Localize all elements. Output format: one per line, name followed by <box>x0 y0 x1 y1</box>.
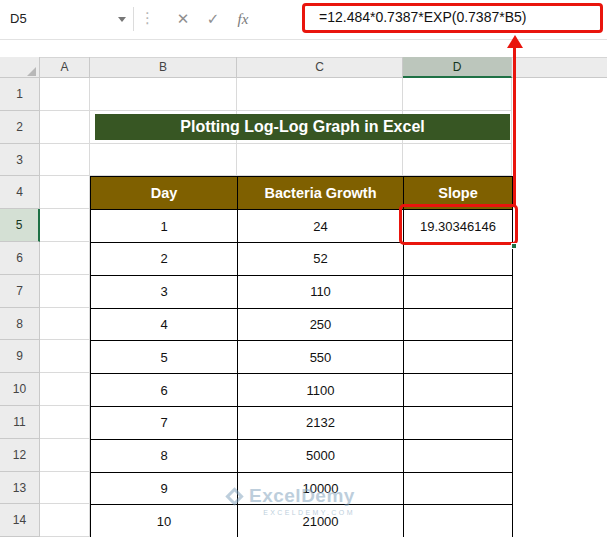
column-header-b[interactable]: B <box>90 57 237 78</box>
table-row: 7 2132 <box>91 407 513 440</box>
fill-handle[interactable] <box>511 243 517 249</box>
row-header-4[interactable]: 4 <box>0 176 40 209</box>
slope-cell[interactable] <box>404 374 513 407</box>
growth-cell[interactable]: 550 <box>238 341 404 374</box>
watermark-domain: EXCELDEMY.COM <box>263 509 355 516</box>
watermark: ExcelDemy EXCELDEMY.COM <box>228 485 355 516</box>
slope-cell[interactable] <box>404 276 513 309</box>
day-cell[interactable]: 3 <box>91 276 238 309</box>
column-header-a[interactable]: A <box>40 57 90 78</box>
slope-cell[interactable] <box>404 407 513 440</box>
table-row: 5 550 <box>91 341 513 374</box>
table-row: 2 52 <box>91 243 513 276</box>
day-cell[interactable]: 9 <box>91 473 238 506</box>
formula-bar: D5 ⋮ ✕ ✓ fx =12.484*0.7387*EXP(0.7387*B5… <box>0 0 607 40</box>
row-header-5[interactable]: 5 <box>0 209 40 242</box>
row-header-14[interactable]: 14 <box>0 504 40 537</box>
table-header-growth[interactable]: Bacteria Growth <box>238 177 404 210</box>
day-cell[interactable]: 6 <box>91 374 238 407</box>
row-header-8[interactable]: 8 <box>0 308 40 341</box>
title-banner-cell[interactable]: Plotting Log-Log Graph in Excel <box>95 114 510 140</box>
excel-window: D5 ⋮ ✕ ✓ fx =12.484*0.7387*EXP(0.7387*B5… <box>0 0 607 537</box>
day-cell[interactable]: 8 <box>91 440 238 473</box>
formula-bar-grip-icon: ⋮ <box>140 9 155 27</box>
insert-function-button[interactable]: fx <box>230 0 256 40</box>
growth-cell[interactable]: 1100 <box>238 374 404 407</box>
growth-cell[interactable]: 24 <box>238 210 404 243</box>
formula-bar-divider <box>133 7 134 31</box>
table-row: 8 5000 <box>91 440 513 473</box>
watermark-brand: ExcelDemy <box>249 485 355 507</box>
row-header-13[interactable]: 13 <box>0 472 40 505</box>
row-header-6[interactable]: 6 <box>0 242 40 275</box>
growth-cell[interactable]: 110 <box>238 276 404 309</box>
day-cell[interactable]: 4 <box>91 309 238 342</box>
growth-cell[interactable]: 52 <box>238 243 404 276</box>
cancel-button[interactable]: ✕ <box>170 0 196 40</box>
row-header-12[interactable]: 12 <box>0 439 40 472</box>
growth-cell[interactable]: 250 <box>238 309 404 342</box>
table-row: 3 110 <box>91 276 513 309</box>
row-header-2[interactable]: 2 <box>0 111 40 144</box>
name-box[interactable]: D5 <box>0 4 112 34</box>
day-cell[interactable]: 5 <box>91 341 238 374</box>
day-cell[interactable]: 1 <box>91 210 238 243</box>
slope-cell[interactable] <box>404 505 513 537</box>
table-row: 6 1100 <box>91 374 513 407</box>
d5-annotation-box <box>399 204 518 245</box>
select-all-icon <box>27 67 36 76</box>
formula-input[interactable]: =12.484*0.7387*EXP(0.7387*B5) <box>319 3 526 33</box>
slope-cell[interactable] <box>404 309 513 342</box>
column-header-c[interactable]: C <box>237 57 403 78</box>
day-cell[interactable]: 7 <box>91 407 238 440</box>
exceldemy-logo-icon <box>225 487 243 505</box>
slope-cell[interactable] <box>404 473 513 506</box>
slope-cell[interactable] <box>404 440 513 473</box>
growth-cell[interactable]: 5000 <box>238 440 404 473</box>
row-header-3[interactable]: 3 <box>0 144 40 177</box>
table-header-day[interactable]: Day <box>91 177 238 210</box>
column-header-d[interactable]: D <box>403 57 512 78</box>
day-cell[interactable]: 10 <box>91 505 238 537</box>
row-header-10[interactable]: 10 <box>0 373 40 406</box>
slope-cell[interactable] <box>404 341 513 374</box>
slope-cell[interactable] <box>404 243 513 276</box>
name-box-dropdown-icon[interactable] <box>118 17 126 22</box>
enter-button[interactable]: ✓ <box>200 0 226 40</box>
row-header-11[interactable]: 11 <box>0 406 40 439</box>
day-cell[interactable]: 2 <box>91 243 238 276</box>
row-header-1[interactable]: 1 <box>0 78 40 111</box>
growth-cell[interactable]: 2132 <box>238 407 404 440</box>
annotation-arrow-line <box>513 47 516 206</box>
annotation-arrow-head-icon <box>507 35 523 48</box>
table-row: 4 250 <box>91 309 513 342</box>
row-header-9[interactable]: 9 <box>0 340 40 373</box>
row-header-7[interactable]: 7 <box>0 275 40 308</box>
